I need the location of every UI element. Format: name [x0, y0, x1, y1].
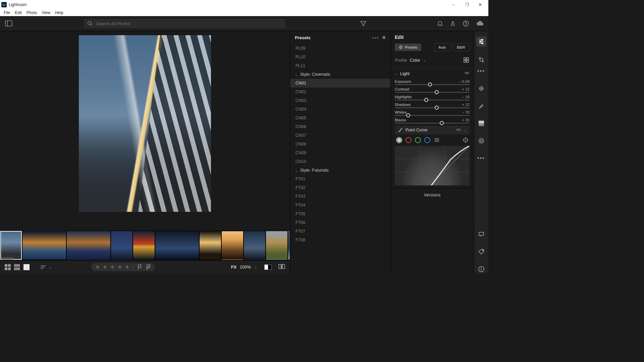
flag-pick-icon[interactable]	[138, 264, 142, 270]
menu-file[interactable]: File	[1, 10, 12, 15]
preset-item[interactable]: CN08	[290, 140, 390, 148]
radial-gradient-icon[interactable]	[477, 136, 486, 145]
thumbnail[interactable]	[244, 231, 265, 260]
healing-icon[interactable]	[477, 84, 486, 93]
preset-item[interactable]: CN06	[290, 122, 390, 131]
zoom-fit-label[interactable]: Fit	[231, 264, 236, 269]
share-icon[interactable]	[450, 21, 455, 26]
single-view-button[interactable]	[23, 264, 30, 270]
slider-whites[interactable]: Whites– 70	[395, 110, 470, 116]
presets-button[interactable]: Presets	[395, 44, 421, 51]
thumbnail[interactable]	[22, 231, 66, 260]
thumbnail[interactable]	[155, 231, 199, 260]
compare-view-icon[interactable]	[278, 264, 285, 270]
preset-item[interactable]: CN02	[290, 87, 390, 96]
sort-button[interactable]: ⌄	[40, 265, 52, 269]
thumbnail[interactable]	[200, 231, 221, 260]
slider-highlights[interactable]: Highlights– 18	[395, 95, 470, 101]
bw-button[interactable]: B&W	[452, 43, 470, 51]
small-grid-view-button[interactable]	[14, 264, 20, 270]
slider-knob[interactable]	[406, 113, 410, 117]
more-tools-icon[interactable]: •••	[477, 154, 486, 163]
preset-item[interactable]: CN04	[290, 105, 390, 114]
preset-item[interactable]: FT03	[290, 192, 390, 201]
thumbnail[interactable]	[266, 231, 287, 260]
flag-reject-icon[interactable]	[146, 264, 151, 270]
slider-knob[interactable]	[435, 106, 439, 110]
presets-more-icon[interactable]: •••	[372, 35, 379, 40]
info-icon[interactable]	[477, 265, 486, 274]
slider-track[interactable]	[395, 115, 470, 116]
help-icon[interactable]	[463, 20, 469, 26]
filter-icon[interactable]	[360, 21, 366, 26]
notifications-icon[interactable]	[437, 20, 443, 26]
slider-track[interactable]	[395, 107, 470, 108]
tone-curve[interactable]	[395, 146, 470, 185]
window-close-button[interactable]: ✕	[474, 1, 487, 9]
preset-item[interactable]: CN07	[290, 131, 390, 140]
slider-track[interactable]	[395, 84, 470, 85]
preset-item[interactable]: CN01	[290, 79, 390, 87]
cloud-sync-icon[interactable]	[476, 21, 484, 26]
menu-photo[interactable]: Photo	[24, 10, 39, 15]
grid-view-button[interactable]	[5, 264, 11, 270]
thumbnail[interactable]	[0, 231, 22, 260]
light-title[interactable]: Light	[400, 71, 410, 76]
edit-sliders-icon[interactable]	[476, 37, 486, 47]
profile-value[interactable]: Color	[410, 58, 420, 63]
preset-item[interactable]: FT01	[290, 175, 390, 183]
slider-knob[interactable]	[440, 121, 444, 125]
preset-item[interactable]: PL10	[290, 53, 390, 61]
slider-blacks[interactable]: Blacks+ 31	[395, 118, 470, 124]
slider-knob[interactable]	[428, 82, 432, 86]
filmstrip[interactable]	[0, 231, 290, 260]
zoom-value[interactable]: 100%	[240, 264, 251, 269]
preset-item[interactable]: FT08	[290, 236, 390, 244]
preset-item[interactable]: CN10	[290, 157, 390, 166]
preset-item[interactable]: CN05	[290, 114, 390, 122]
filmstrip-scrollbar[interactable]	[1, 257, 13, 259]
thumbnail[interactable]	[133, 231, 155, 260]
star-icon[interactable]: ★	[110, 264, 115, 270]
chevron-down-icon[interactable]: ⌄	[423, 58, 426, 62]
slider-exposure[interactable]: Exposure– 0.34	[395, 79, 470, 85]
curve-channel-green[interactable]	[415, 137, 421, 143]
point-curve-header[interactable]: Point Curve ⌄	[395, 126, 470, 134]
versions-button[interactable]: Versions	[391, 188, 474, 201]
preset-item[interactable]: FT06	[290, 218, 390, 227]
star-icon[interactable]: ★	[125, 264, 129, 270]
preset-group-header[interactable]: ⌄Style: Cinematic	[290, 70, 390, 79]
thumbnail[interactable]	[67, 231, 110, 260]
linear-gradient-icon[interactable]	[477, 119, 486, 128]
curve-channel-luminance[interactable]	[396, 137, 402, 143]
menu-view[interactable]: View	[39, 10, 53, 15]
thumbnail[interactable]	[222, 231, 243, 260]
preset-group-header[interactable]: ⌄Style: Futuristic	[290, 166, 390, 175]
chevron-down-icon[interactable]: ⌄	[295, 169, 298, 172]
preset-item[interactable]: CN03	[290, 96, 390, 105]
close-presets-icon[interactable]: ×	[382, 34, 386, 41]
menu-edit[interactable]: Edit	[12, 10, 24, 15]
thumbnail[interactable]	[111, 231, 132, 260]
preset-item[interactable]: FT07	[290, 227, 390, 236]
window-maximize-button[interactable]: ❐	[460, 1, 474, 9]
keywords-icon[interactable]	[477, 247, 486, 256]
slider-track[interactable]	[395, 92, 470, 93]
star-icon[interactable]: ★	[95, 264, 100, 270]
star-icon[interactable]: ★	[117, 264, 122, 270]
target-adjust-icon[interactable]	[463, 137, 468, 143]
curve-channel-red[interactable]	[406, 137, 412, 143]
comments-icon[interactable]	[477, 230, 486, 239]
parametric-curve-icon[interactable]: ≋	[434, 138, 440, 142]
chevron-down-icon[interactable]: ⌄	[254, 265, 257, 269]
before-after-icon[interactable]	[264, 264, 272, 270]
brush-icon[interactable]	[477, 102, 486, 110]
slider-knob[interactable]	[424, 98, 428, 102]
star-icon[interactable]: ★	[103, 264, 107, 270]
visibility-icon[interactable]	[456, 128, 461, 132]
slider-shadows[interactable]: Shadows+ 12	[395, 103, 470, 108]
chevron-down-icon[interactable]: ⌄	[295, 73, 298, 76]
visibility-icon[interactable]	[464, 71, 470, 76]
slider-track[interactable]	[395, 123, 470, 124]
curve-channel-blue[interactable]	[424, 137, 430, 143]
